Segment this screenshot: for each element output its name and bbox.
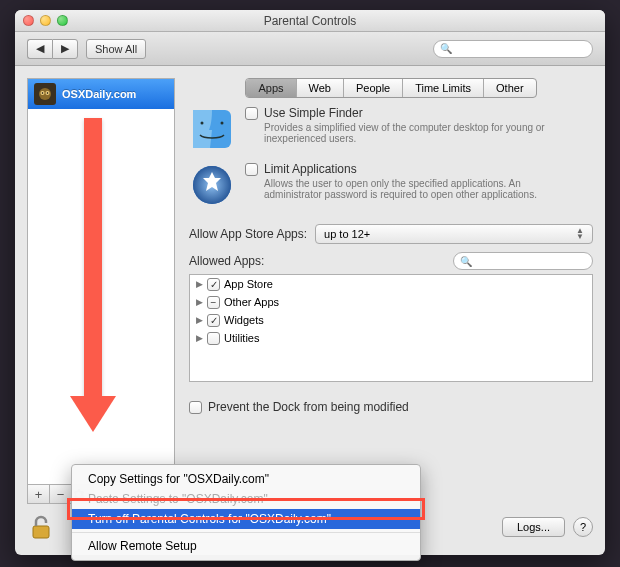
svg-point-3 [42, 92, 44, 94]
tab-people[interactable]: People [344, 79, 403, 97]
preferences-window: Parental Controls ◀ ▶ Show All 🔍 OSXDail… [15, 10, 605, 555]
allow-store-select[interactable]: up to 12+ ▲▼ [315, 224, 593, 244]
gear-context-menu: Copy Settings for "OSXDaily.com" Paste S… [71, 464, 421, 561]
limit-apps-label: Limit Applications [264, 162, 574, 176]
menu-allow-remote[interactable]: Allow Remote Setup [72, 536, 420, 556]
user-list[interactable]: OSXDaily.com [27, 78, 175, 484]
toolbar: ◀ ▶ Show All 🔍 [15, 32, 605, 66]
window-close-button[interactable] [23, 15, 34, 26]
app-item[interactable]: ▶ − Other Apps [190, 293, 592, 311]
search-icon: 🔍 [460, 256, 472, 267]
app-item[interactable]: ▶ ✓ App Store [190, 275, 592, 293]
user-item[interactable]: OSXDaily.com [28, 79, 174, 109]
simple-finder-label: Use Simple Finder [264, 106, 574, 120]
forward-button[interactable]: ▶ [52, 39, 78, 59]
prevent-dock-label: Prevent the Dock from being modified [208, 400, 409, 414]
allowed-apps-search-input[interactable] [476, 256, 603, 267]
menu-paste-settings: Paste Settings to "OSXDaily.com" [72, 489, 420, 509]
app-checkbox[interactable]: ✓ [207, 314, 220, 327]
disclosure-icon[interactable]: ▶ [196, 333, 203, 343]
svg-point-4 [47, 92, 49, 94]
appstore-icon [189, 162, 235, 208]
user-item-label: OSXDaily.com [62, 88, 136, 100]
tab-web[interactable]: Web [297, 79, 344, 97]
app-item[interactable]: ▶ Utilities [190, 329, 592, 347]
titlebar: Parental Controls [15, 10, 605, 32]
allowed-apps-search[interactable]: 🔍 [453, 252, 593, 270]
logs-button[interactable]: Logs... [502, 517, 565, 537]
svg-point-7 [221, 122, 224, 125]
app-checkbox[interactable]: − [207, 296, 220, 309]
menu-turn-off[interactable]: Turn off Parental Controls for "OSXDaily… [72, 509, 420, 529]
limit-apps-desc: Allows the user to open only the specifi… [264, 178, 574, 200]
user-avatar-icon [34, 83, 56, 105]
disclosure-icon[interactable]: ▶ [196, 297, 203, 307]
tab-other[interactable]: Other [484, 79, 536, 97]
menu-copy-settings[interactable]: Copy Settings for "OSXDaily.com" [72, 469, 420, 489]
remove-user-button[interactable]: − [50, 485, 72, 503]
prevent-dock-checkbox[interactable] [189, 401, 202, 414]
simple-finder-checkbox[interactable] [245, 107, 258, 120]
main-panel: Apps Web People Time Limits Other Use Si… [189, 78, 593, 504]
lock-icon[interactable] [27, 513, 55, 541]
simple-finder-desc: Provides a simplified view of the comput… [264, 122, 574, 144]
allowed-apps-list[interactable]: ▶ ✓ App Store ▶ − Other Apps ▶ ✓ Widgets… [189, 274, 593, 382]
finder-icon [189, 106, 235, 152]
app-checkbox[interactable]: ✓ [207, 278, 220, 291]
tab-time-limits[interactable]: Time Limits [403, 79, 484, 97]
svg-point-6 [201, 122, 204, 125]
user-sidebar: OSXDaily.com + − ▼ [27, 78, 175, 504]
toolbar-search-input[interactable] [456, 43, 586, 54]
back-button[interactable]: ◀ [27, 39, 52, 59]
window-zoom-button[interactable] [57, 15, 68, 26]
app-item[interactable]: ▶ ✓ Widgets [190, 311, 592, 329]
show-all-button[interactable]: Show All [86, 39, 146, 59]
toolbar-search[interactable]: 🔍 [433, 40, 593, 58]
app-checkbox[interactable] [207, 332, 220, 345]
window-title: Parental Controls [15, 14, 605, 28]
tab-apps[interactable]: Apps [246, 79, 296, 97]
search-icon: 🔍 [440, 43, 452, 54]
disclosure-icon[interactable]: ▶ [196, 315, 203, 325]
allow-store-label: Allow App Store Apps: [189, 227, 307, 241]
limit-apps-checkbox[interactable] [245, 163, 258, 176]
svg-rect-10 [33, 526, 49, 538]
tab-group: Apps Web People Time Limits Other [245, 78, 536, 98]
help-button[interactable]: ? [573, 517, 593, 537]
window-minimize-button[interactable] [40, 15, 51, 26]
menu-separator [72, 532, 420, 533]
add-user-button[interactable]: + [28, 485, 50, 503]
disclosure-icon[interactable]: ▶ [196, 279, 203, 289]
allowed-apps-label: Allowed Apps: [189, 254, 264, 268]
